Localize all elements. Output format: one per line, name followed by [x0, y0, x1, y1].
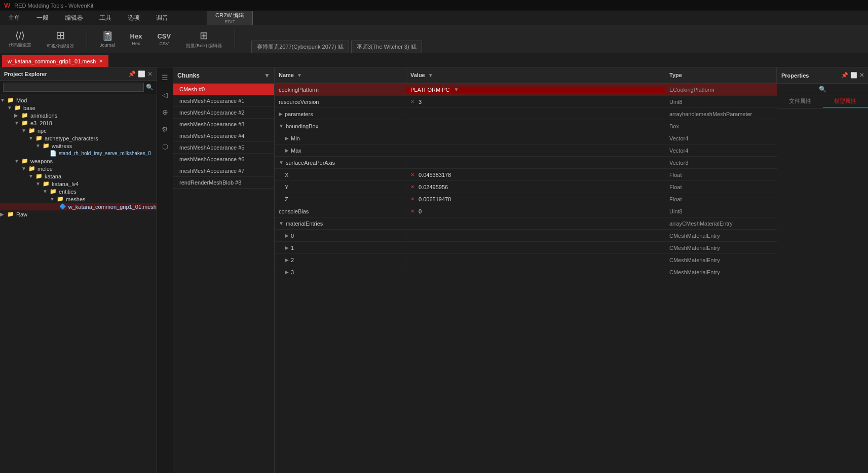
- tree-item-katana-mesh[interactable]: ▶ 🔷 w_katana_common_grip1_01.mesh: [0, 203, 157, 210]
- expand-weapons-icon[interactable]: ▼: [14, 158, 21, 164]
- tree-item-weapons[interactable]: ▼ 📁 weapons: [0, 157, 157, 165]
- chunk-item-meshapp7[interactable]: meshMeshAppearance #7: [173, 165, 274, 177]
- maximize-icon[interactable]: ⬜: [138, 70, 145, 78]
- expand-animations-icon[interactable]: ▶: [14, 113, 21, 118]
- expand-max-icon[interactable]: ▶: [285, 148, 289, 153]
- toolbar-journal[interactable]: 📓 Journal: [95, 28, 120, 50]
- chunk-item-meshapp2[interactable]: meshMeshAppearance #2: [173, 107, 274, 119]
- share-icon[interactable]: ⬡: [160, 140, 170, 153]
- x-x-icon[interactable]: ✕: [410, 172, 414, 177]
- expand-mat0-icon[interactable]: ▶: [285, 233, 289, 238]
- menu-tab-options[interactable]: 选项: [120, 11, 148, 25]
- expand-raw-icon[interactable]: ▶: [0, 211, 7, 217]
- expand-surfacearea-icon[interactable]: ▼: [279, 160, 284, 165]
- prop-row-surfacearea[interactable]: ▼ surfaceAreaPerAxis Vector3: [275, 157, 777, 169]
- prop-row-min[interactable]: ▶ Min Vector4: [275, 132, 777, 144]
- tree-item-melee[interactable]: ▼ 📁 melee: [0, 165, 157, 172]
- active-file-tab[interactable]: w_katana_common_grip1_01.mesh ✕: [2, 55, 108, 67]
- chunk-item-meshapp3[interactable]: meshMeshAppearance #3: [173, 119, 274, 130]
- rsidebar-tab-fileprops[interactable]: 文件属性: [777, 95, 823, 108]
- prop-row-max[interactable]: ▶ Max Vector4: [275, 144, 777, 157]
- prop-row-parameters[interactable]: ▶ parameters arrayhandlemeshMeshParamete…: [275, 108, 777, 120]
- prop-value-resourceversion[interactable]: ✕ 3: [406, 99, 665, 105]
- menu-tab-tools[interactable]: 工具: [91, 11, 120, 25]
- doc-tab-cyberpunk[interactable]: 赛博朋克2077(Cyberpunk 2077) 赋: [251, 41, 349, 53]
- x-y-icon[interactable]: ✕: [410, 184, 414, 190]
- right-sidebar-search-icon[interactable]: 🔍: [819, 86, 826, 93]
- expand-meshes-icon[interactable]: ▼: [50, 196, 57, 202]
- expand-mod-icon[interactable]: ▼: [0, 97, 7, 103]
- prop-value-consolebias[interactable]: ✕ 0: [406, 208, 665, 214]
- expand-mat2-icon[interactable]: ▶: [285, 257, 289, 263]
- back-icon[interactable]: ◁: [160, 89, 170, 101]
- tree-item-e3[interactable]: ▼ 📁 e3_2018: [0, 119, 157, 127]
- right-sidebar-pin-icon[interactable]: 📌: [841, 72, 848, 79]
- prop-row-mat3[interactable]: ▶ 3 CMeshMaterialEntry: [275, 266, 777, 278]
- menu-tab-home[interactable]: 主单: [0, 11, 28, 25]
- tree-item-raw[interactable]: ▶ 📁 Raw: [0, 210, 157, 218]
- project-search-input[interactable]: [3, 83, 144, 92]
- hamburger-icon[interactable]: ☰: [160, 71, 170, 84]
- tree-item-meshes[interactable]: ▼ 📁 meshes: [0, 195, 157, 203]
- right-sidebar-max-icon[interactable]: ⬜: [850, 72, 857, 79]
- expand-materialentries-icon[interactable]: ▼: [279, 221, 284, 226]
- expand-entities-icon[interactable]: ▼: [43, 189, 50, 194]
- dropdown-cookingplatform-icon[interactable]: ▼: [454, 87, 459, 92]
- right-sidebar-close-icon[interactable]: ✕: [859, 72, 864, 79]
- toolbar-hex[interactable]: Hex Hex: [126, 30, 147, 49]
- x-resourceversion-icon[interactable]: ✕: [410, 99, 414, 104]
- prop-value-y[interactable]: ✕ 0.02495956: [406, 184, 665, 190]
- doc-tab-witcher3[interactable]: 巫师3(The Witcher 3) 赋: [351, 41, 422, 53]
- prop-row-mat2[interactable]: ▶ 2 CMeshMaterialEntry: [275, 254, 777, 266]
- menu-tab-general[interactable]: 一般: [28, 11, 57, 25]
- expand-katana-icon[interactable]: ▼: [28, 173, 35, 179]
- expand-mat1-icon[interactable]: ▶: [285, 245, 289, 250]
- prop-row-resourceversion[interactable]: resourceVersion ✕ 3 Uint8: [275, 96, 777, 108]
- toolbar-code-editor[interactable]: ⟨/⟩ 代码编辑器: [4, 27, 36, 51]
- prop-row-boundingbox[interactable]: ▼ boundingBox Box: [275, 120, 777, 132]
- layers-icon[interactable]: ⊕: [160, 106, 170, 118]
- pin-icon[interactable]: 📌: [128, 70, 136, 78]
- tree-item-npc[interactable]: ▼ 📁 npc: [0, 127, 157, 134]
- prop-row-x[interactable]: X ✕ 0.045383178 Float: [275, 169, 777, 181]
- prop-row-y[interactable]: Y ✕ 0.02495956 Float: [275, 181, 777, 193]
- chunk-item-meshapp5[interactable]: meshMeshAppearance #5: [173, 142, 274, 154]
- expand-waitress-icon[interactable]: ▼: [35, 143, 43, 149]
- tree-item-waitress[interactable]: ▼ 📁 waitress: [0, 142, 157, 150]
- prop-row-cookingplatform[interactable]: cookingPlatform PLATFORM PC ▼ ECookingPl…: [275, 84, 777, 96]
- x-consolebias-icon[interactable]: ✕: [410, 208, 414, 214]
- props-name-filter-icon[interactable]: ▼: [297, 72, 302, 78]
- menu-tab-custom[interactable]: 调音: [148, 11, 176, 25]
- tree-item-katana-lv4[interactable]: ▼ 📁 katana_lv4: [0, 180, 157, 188]
- tree-item-standrh[interactable]: ▶ 📄 stand_rh_hold_tray_serve_milkshakes_…: [0, 150, 157, 157]
- expand-boundingbox-icon[interactable]: ▼: [279, 123, 284, 129]
- expand-e3-icon[interactable]: ▼: [14, 120, 21, 126]
- chunk-item-meshapp6[interactable]: meshMeshAppearance #6: [173, 154, 274, 165]
- tree-item-archetype[interactable]: ▼ 📁 archetype_characters: [0, 134, 157, 142]
- prop-value-cookingplatform[interactable]: PLATFORM PC ▼: [406, 87, 665, 93]
- toolbar-csv[interactable]: CSV CSV: [153, 30, 175, 49]
- chunks-filter-icon[interactable]: ▼: [264, 72, 270, 79]
- tree-item-mod[interactable]: ▼ 📁 Mod: [0, 96, 157, 104]
- chunk-item-meshapp1[interactable]: meshMeshAppearance #1: [173, 95, 274, 107]
- expand-archetype-icon[interactable]: ▼: [28, 135, 35, 141]
- cr2w-tab-label[interactable]: CR2W 编辑: [215, 12, 244, 19]
- x-z-icon[interactable]: ✕: [410, 196, 414, 202]
- expand-mat3-icon[interactable]: ▶: [285, 269, 289, 275]
- expand-min-icon[interactable]: ▶: [285, 135, 289, 141]
- tree-item-entities[interactable]: ▼ 📁 entities: [0, 188, 157, 195]
- chunk-item-rendmeshblob8[interactable]: rendRenderMeshBlob #8: [173, 177, 274, 189]
- expand-base-icon[interactable]: ▼: [7, 105, 14, 111]
- rsidebar-tab-modelprops[interactable]: 模型属性: [823, 95, 869, 108]
- prop-row-z[interactable]: Z ✕ 0.006519478 Float: [275, 193, 777, 205]
- tree-item-base[interactable]: ▼ 📁 base: [0, 104, 157, 112]
- prop-row-materialentries[interactable]: ▼ materialEntries arrayCMeshMaterialEntr…: [275, 217, 777, 230]
- prop-value-z[interactable]: ✕ 0.006519478: [406, 196, 665, 202]
- tree-item-katana[interactable]: ▼ 📁 katana: [0, 172, 157, 180]
- toolbar-visual-editor[interactable]: ⊞ 可视化编辑器: [42, 26, 79, 52]
- chunk-item-cmesh0[interactable]: CMesh #0: [173, 84, 274, 95]
- prop-row-mat0[interactable]: ▶ 0 CMeshMaterialEntry: [275, 230, 777, 242]
- search-icon[interactable]: 🔍: [146, 84, 154, 91]
- prop-value-x[interactable]: ✕ 0.045383178: [406, 172, 665, 178]
- close-tab-icon[interactable]: ✕: [99, 59, 103, 64]
